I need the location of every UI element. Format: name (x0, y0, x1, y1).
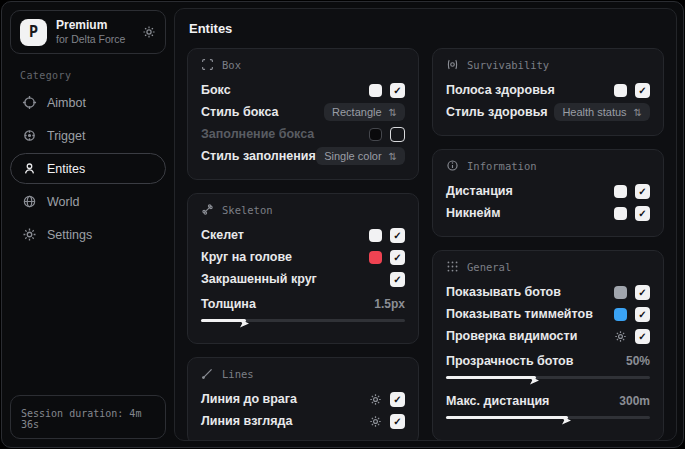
row-label: Заполнение бокса (201, 127, 314, 141)
setting-row: Линия взгляда ✓ (201, 410, 405, 432)
setting-row: Линия до врага ✓ (201, 388, 405, 410)
gear-icon[interactable] (142, 25, 156, 39)
sidebar-spacer (10, 250, 166, 395)
checkbox-checked[interactable]: ✓ (390, 414, 405, 429)
setting-row: Проверка видимости ✓ (446, 325, 650, 347)
slider-fill (446, 376, 536, 379)
card-header-label: Skeleton (222, 204, 273, 216)
slider-thumb-icon[interactable] (561, 412, 572, 430)
row-label: Дистанция (446, 184, 513, 198)
bot-opacity-slider[interactable] (446, 372, 650, 382)
checkbox-checked[interactable]: ✓ (390, 392, 405, 407)
card-header-label: Survivability (467, 59, 549, 71)
slider-track (201, 319, 405, 322)
health-style-dropdown[interactable]: Health status ⇅ (554, 103, 650, 121)
app-window: P Premium for Delta Force Category (1, 1, 684, 448)
sidebar-item-label: Entites (47, 162, 85, 176)
color-swatch[interactable] (614, 308, 627, 321)
slider-thumb-icon[interactable] (529, 372, 540, 390)
checkbox-checked[interactable]: ✓ (635, 83, 650, 98)
checkbox-checked[interactable]: ✓ (390, 272, 405, 287)
card-columns: Box Бокс ✓ Стиль бокса Rectangle ⇅ (187, 48, 664, 441)
sidebar-item-entites[interactable]: Entites (10, 153, 166, 184)
row-label: Стиль заполнения (201, 149, 316, 163)
row-label: Полоса здоровья (446, 83, 555, 97)
checkbox-checked[interactable]: ✓ (635, 329, 650, 344)
skeleton-card: Skeleton Скелет ✓ Круг на голове ✓ (187, 193, 419, 344)
color-swatch[interactable] (369, 229, 382, 242)
survivability-card: Survivability Полоса здоровья ✓ Стиль зд… (432, 48, 664, 136)
color-swatch[interactable] (614, 286, 627, 299)
setting-row: Макс. дистанция 300m (446, 390, 650, 412)
checkbox-checked[interactable]: ✓ (390, 250, 405, 265)
page-title: Entites (189, 21, 664, 36)
checkbox-unchecked[interactable] (390, 127, 405, 142)
slider-track (446, 376, 650, 379)
gear-icon (22, 227, 37, 242)
information-card: Information Дистанция ✓ Никнейм ✓ (432, 149, 664, 237)
check-icon: ✓ (393, 416, 401, 427)
box-style-dropdown[interactable]: Rectangle ⇅ (324, 103, 405, 121)
brand-title: Premium (56, 18, 133, 33)
thickness-slider-group: Толщина 1.5px (201, 293, 405, 325)
row-label: Никнейм (446, 206, 500, 220)
checkbox-checked[interactable]: ✓ (635, 307, 650, 322)
color-swatch[interactable] (369, 84, 382, 97)
check-icon: ✓ (638, 208, 646, 219)
fill-style-dropdown[interactable]: Single color ⇅ (316, 147, 405, 165)
max-distance-slider-group: Макс. дистанция 300m (446, 390, 650, 422)
box-card: Box Бокс ✓ Стиль бокса Rectangle ⇅ (187, 48, 419, 180)
setting-row: Стиль здоровья Health status ⇅ (446, 101, 650, 123)
chevron-updown-icon: ⇅ (389, 151, 397, 162)
sidebar-item-aimbot[interactable]: Aimbot (10, 87, 166, 118)
gear-icon[interactable] (369, 415, 382, 428)
color-swatch[interactable] (614, 207, 627, 220)
check-icon: ✓ (638, 287, 646, 298)
information-card-header: Information (446, 159, 650, 172)
checkbox-checked[interactable]: ✓ (635, 184, 650, 199)
row-label: Круг на голове (201, 250, 292, 264)
setting-row: Толщина 1.5px (201, 293, 405, 315)
survivability-card-header: Survivability (446, 58, 650, 71)
check-icon: ✓ (638, 186, 646, 197)
sidebar-nav: Aimbot Trigget Entites (10, 87, 166, 250)
setting-row: Показывать ботов ✓ (446, 281, 650, 303)
check-icon: ✓ (393, 230, 401, 241)
checkbox-checked[interactable]: ✓ (390, 228, 405, 243)
chevron-updown-icon: ⇅ (634, 107, 642, 118)
row-label: Толщина (201, 297, 256, 311)
color-swatch[interactable] (614, 185, 627, 198)
sidebar-item-trigget[interactable]: Trigget (10, 120, 166, 151)
setting-row: Бокс ✓ (201, 79, 405, 101)
info-icon (446, 159, 459, 172)
right-column: Survivability Полоса здоровья ✓ Стиль зд… (432, 48, 664, 441)
slider-track (446, 416, 650, 419)
crosshair-icon (22, 95, 37, 110)
sidebar-item-settings[interactable]: Settings (10, 219, 166, 250)
color-swatch[interactable] (614, 84, 627, 97)
grid-dots-icon (446, 260, 459, 273)
row-label: Прозрачность ботов (446, 354, 573, 368)
max-distance-slider[interactable] (446, 412, 650, 422)
session-duration-text: Session duration: 4m 36s (21, 408, 155, 430)
gear-icon[interactable] (369, 393, 382, 406)
row-label: Стиль бокса (201, 105, 278, 119)
setting-row: Показывать тиммейтов ✓ (446, 303, 650, 325)
lines-card-header: Lines (201, 367, 405, 380)
sidebar-item-world[interactable]: World (10, 186, 166, 217)
setting-row: Круг на голове ✓ (201, 246, 405, 268)
color-swatch[interactable] (369, 128, 382, 141)
thickness-slider[interactable] (201, 315, 405, 325)
color-swatch[interactable] (369, 251, 382, 264)
category-label: Category (20, 70, 156, 81)
card-header-label: Lines (222, 368, 254, 380)
gear-icon[interactable] (614, 330, 627, 343)
checkbox-checked[interactable]: ✓ (390, 83, 405, 98)
slider-thumb-icon[interactable] (239, 315, 250, 333)
checkbox-checked[interactable]: ✓ (635, 206, 650, 221)
left-column: Box Бокс ✓ Стиль бокса Rectangle ⇅ (187, 48, 419, 441)
slider-fill (446, 416, 568, 419)
row-label: Макс. дистанция (446, 394, 549, 408)
setting-row: Дистанция ✓ (446, 180, 650, 202)
checkbox-checked[interactable]: ✓ (635, 285, 650, 300)
